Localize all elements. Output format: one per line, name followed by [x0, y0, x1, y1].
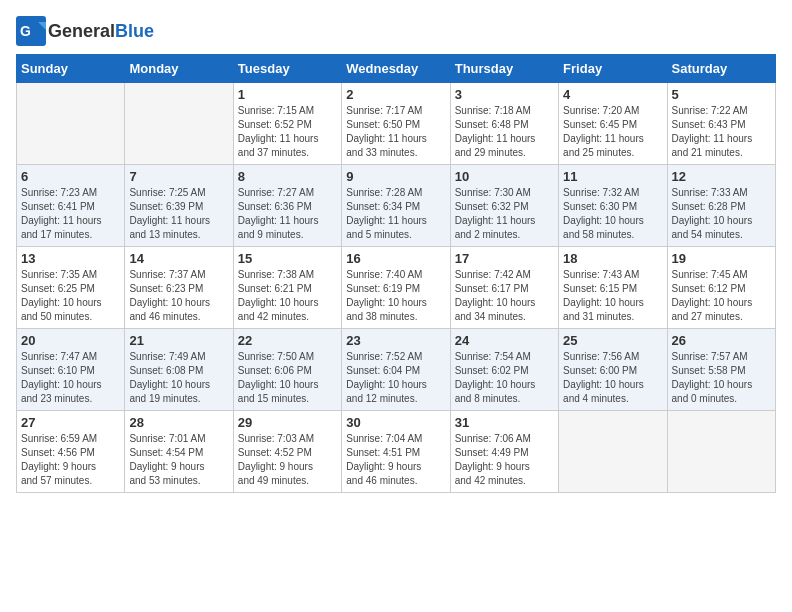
calendar-cell: 7Sunrise: 7:25 AM Sunset: 6:39 PM Daylig… — [125, 165, 233, 247]
calendar-cell: 11Sunrise: 7:32 AM Sunset: 6:30 PM Dayli… — [559, 165, 667, 247]
calendar-week-1: 1Sunrise: 7:15 AM Sunset: 6:52 PM Daylig… — [17, 83, 776, 165]
day-info: Sunrise: 7:33 AM Sunset: 6:28 PM Dayligh… — [672, 186, 771, 242]
day-info: Sunrise: 7:37 AM Sunset: 6:23 PM Dayligh… — [129, 268, 228, 324]
day-info: Sunrise: 7:27 AM Sunset: 6:36 PM Dayligh… — [238, 186, 337, 242]
day-number: 15 — [238, 251, 337, 266]
calendar-cell: 18Sunrise: 7:43 AM Sunset: 6:15 PM Dayli… — [559, 247, 667, 329]
calendar-cell: 14Sunrise: 7:37 AM Sunset: 6:23 PM Dayli… — [125, 247, 233, 329]
col-tuesday: Tuesday — [233, 55, 341, 83]
calendar-cell: 9Sunrise: 7:28 AM Sunset: 6:34 PM Daylig… — [342, 165, 450, 247]
day-number: 27 — [21, 415, 120, 430]
day-number: 4 — [563, 87, 662, 102]
day-info: Sunrise: 7:45 AM Sunset: 6:12 PM Dayligh… — [672, 268, 771, 324]
calendar-cell: 8Sunrise: 7:27 AM Sunset: 6:36 PM Daylig… — [233, 165, 341, 247]
day-info: Sunrise: 7:30 AM Sunset: 6:32 PM Dayligh… — [455, 186, 554, 242]
calendar-week-3: 13Sunrise: 7:35 AM Sunset: 6:25 PM Dayli… — [17, 247, 776, 329]
logo-general: General — [48, 21, 115, 41]
day-number: 31 — [455, 415, 554, 430]
calendar-cell: 28Sunrise: 7:01 AM Sunset: 4:54 PM Dayli… — [125, 411, 233, 493]
calendar-cell: 24Sunrise: 7:54 AM Sunset: 6:02 PM Dayli… — [450, 329, 558, 411]
calendar-week-5: 27Sunrise: 6:59 AM Sunset: 4:56 PM Dayli… — [17, 411, 776, 493]
day-info: Sunrise: 7:03 AM Sunset: 4:52 PM Dayligh… — [238, 432, 337, 488]
calendar-cell: 12Sunrise: 7:33 AM Sunset: 6:28 PM Dayli… — [667, 165, 775, 247]
day-number: 16 — [346, 251, 445, 266]
day-number: 25 — [563, 333, 662, 348]
day-number: 18 — [563, 251, 662, 266]
col-wednesday: Wednesday — [342, 55, 450, 83]
day-number: 19 — [672, 251, 771, 266]
day-info: Sunrise: 7:43 AM Sunset: 6:15 PM Dayligh… — [563, 268, 662, 324]
calendar-cell: 13Sunrise: 7:35 AM Sunset: 6:25 PM Dayli… — [17, 247, 125, 329]
calendar-cell: 26Sunrise: 7:57 AM Sunset: 5:58 PM Dayli… — [667, 329, 775, 411]
calendar-week-2: 6Sunrise: 7:23 AM Sunset: 6:41 PM Daylig… — [17, 165, 776, 247]
calendar-cell: 10Sunrise: 7:30 AM Sunset: 6:32 PM Dayli… — [450, 165, 558, 247]
day-number: 5 — [672, 87, 771, 102]
day-number: 22 — [238, 333, 337, 348]
day-number: 14 — [129, 251, 228, 266]
calendar-cell — [17, 83, 125, 165]
calendar-cell — [125, 83, 233, 165]
day-number: 23 — [346, 333, 445, 348]
day-info: Sunrise: 7:17 AM Sunset: 6:50 PM Dayligh… — [346, 104, 445, 160]
calendar-cell: 2Sunrise: 7:17 AM Sunset: 6:50 PM Daylig… — [342, 83, 450, 165]
day-info: Sunrise: 7:56 AM Sunset: 6:00 PM Dayligh… — [563, 350, 662, 406]
calendar-cell: 27Sunrise: 6:59 AM Sunset: 4:56 PM Dayli… — [17, 411, 125, 493]
calendar-cell: 4Sunrise: 7:20 AM Sunset: 6:45 PM Daylig… — [559, 83, 667, 165]
day-number: 10 — [455, 169, 554, 184]
day-info: Sunrise: 7:15 AM Sunset: 6:52 PM Dayligh… — [238, 104, 337, 160]
calendar-cell: 17Sunrise: 7:42 AM Sunset: 6:17 PM Dayli… — [450, 247, 558, 329]
calendar-cell: 19Sunrise: 7:45 AM Sunset: 6:12 PM Dayli… — [667, 247, 775, 329]
day-info: Sunrise: 7:50 AM Sunset: 6:06 PM Dayligh… — [238, 350, 337, 406]
day-number: 17 — [455, 251, 554, 266]
header-row: Sunday Monday Tuesday Wednesday Thursday… — [17, 55, 776, 83]
day-info: Sunrise: 7:18 AM Sunset: 6:48 PM Dayligh… — [455, 104, 554, 160]
calendar-cell: 23Sunrise: 7:52 AM Sunset: 6:04 PM Dayli… — [342, 329, 450, 411]
calendar-table: Sunday Monday Tuesday Wednesday Thursday… — [16, 54, 776, 493]
day-number: 29 — [238, 415, 337, 430]
day-number: 12 — [672, 169, 771, 184]
day-number: 30 — [346, 415, 445, 430]
calendar-cell: 20Sunrise: 7:47 AM Sunset: 6:10 PM Dayli… — [17, 329, 125, 411]
day-number: 8 — [238, 169, 337, 184]
day-info: Sunrise: 7:47 AM Sunset: 6:10 PM Dayligh… — [21, 350, 120, 406]
day-info: Sunrise: 7:20 AM Sunset: 6:45 PM Dayligh… — [563, 104, 662, 160]
day-info: Sunrise: 7:22 AM Sunset: 6:43 PM Dayligh… — [672, 104, 771, 160]
day-number: 9 — [346, 169, 445, 184]
calendar-cell: 31Sunrise: 7:06 AM Sunset: 4:49 PM Dayli… — [450, 411, 558, 493]
day-info: Sunrise: 7:32 AM Sunset: 6:30 PM Dayligh… — [563, 186, 662, 242]
day-number: 3 — [455, 87, 554, 102]
day-info: Sunrise: 7:49 AM Sunset: 6:08 PM Dayligh… — [129, 350, 228, 406]
day-number: 7 — [129, 169, 228, 184]
day-info: Sunrise: 7:52 AM Sunset: 6:04 PM Dayligh… — [346, 350, 445, 406]
day-number: 21 — [129, 333, 228, 348]
calendar-cell: 15Sunrise: 7:38 AM Sunset: 6:21 PM Dayli… — [233, 247, 341, 329]
calendar-cell: 25Sunrise: 7:56 AM Sunset: 6:00 PM Dayli… — [559, 329, 667, 411]
day-number: 13 — [21, 251, 120, 266]
day-info: Sunrise: 7:01 AM Sunset: 4:54 PM Dayligh… — [129, 432, 228, 488]
logo: G GeneralBlue — [16, 16, 154, 46]
page-header: G GeneralBlue — [16, 16, 776, 46]
calendar-cell: 21Sunrise: 7:49 AM Sunset: 6:08 PM Dayli… — [125, 329, 233, 411]
logo-blue: Blue — [115, 21, 154, 41]
col-friday: Friday — [559, 55, 667, 83]
day-number: 20 — [21, 333, 120, 348]
day-info: Sunrise: 7:25 AM Sunset: 6:39 PM Dayligh… — [129, 186, 228, 242]
day-number: 24 — [455, 333, 554, 348]
day-number: 1 — [238, 87, 337, 102]
day-info: Sunrise: 7:38 AM Sunset: 6:21 PM Dayligh… — [238, 268, 337, 324]
day-info: Sunrise: 7:23 AM Sunset: 6:41 PM Dayligh… — [21, 186, 120, 242]
svg-text:G: G — [20, 23, 31, 39]
calendar-cell — [667, 411, 775, 493]
calendar-week-4: 20Sunrise: 7:47 AM Sunset: 6:10 PM Dayli… — [17, 329, 776, 411]
day-info: Sunrise: 7:54 AM Sunset: 6:02 PM Dayligh… — [455, 350, 554, 406]
col-monday: Monday — [125, 55, 233, 83]
col-thursday: Thursday — [450, 55, 558, 83]
calendar-cell: 30Sunrise: 7:04 AM Sunset: 4:51 PM Dayli… — [342, 411, 450, 493]
calendar-cell: 5Sunrise: 7:22 AM Sunset: 6:43 PM Daylig… — [667, 83, 775, 165]
day-number: 6 — [21, 169, 120, 184]
day-number: 2 — [346, 87, 445, 102]
day-info: Sunrise: 7:04 AM Sunset: 4:51 PM Dayligh… — [346, 432, 445, 488]
calendar-cell: 29Sunrise: 7:03 AM Sunset: 4:52 PM Dayli… — [233, 411, 341, 493]
calendar-cell: 22Sunrise: 7:50 AM Sunset: 6:06 PM Dayli… — [233, 329, 341, 411]
day-number: 26 — [672, 333, 771, 348]
